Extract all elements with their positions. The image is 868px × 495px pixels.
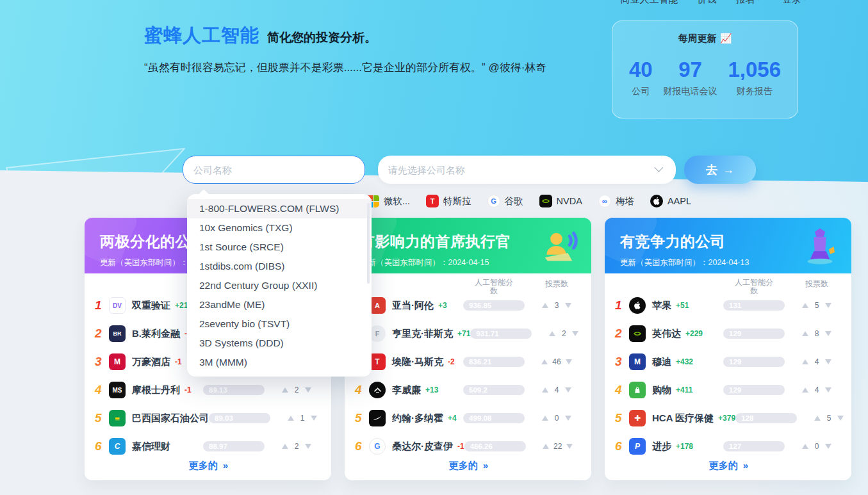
ai-score-value: 509.2 bbox=[469, 385, 487, 395]
company-chip-label: 梅塔 bbox=[616, 195, 634, 207]
dropdown-item[interactable]: 10x Genomics (TXG) bbox=[187, 218, 372, 238]
upvote-icon[interactable] bbox=[802, 387, 808, 393]
downvote-icon[interactable] bbox=[825, 303, 831, 308]
ranking-row[interactable]: 4购物+4111294 bbox=[605, 376, 851, 404]
more-link[interactable]: 更多的» bbox=[85, 460, 331, 472]
dropdown-item[interactable]: 1stdibs.com (DIBS) bbox=[187, 257, 372, 276]
ai-score-bar: 836.21 bbox=[463, 357, 525, 367]
ranking-row[interactable]: 2英伟达+2291298 bbox=[605, 320, 851, 348]
stats-badge: 每周更新📈 bbox=[612, 33, 798, 45]
downvote-icon[interactable] bbox=[565, 416, 571, 421]
ranking-row[interactable]: 4MS摩根士丹利-189.132 bbox=[85, 376, 331, 404]
double-chevron-right-icon: » bbox=[483, 460, 487, 471]
company-chip-2[interactable]: T特斯拉 bbox=[426, 195, 471, 207]
downvote-icon[interactable] bbox=[566, 359, 572, 364]
company-select-input[interactable] bbox=[378, 156, 676, 184]
downvote-icon[interactable] bbox=[311, 416, 317, 421]
ranking-row[interactable]: 3M穆迪+4321294 bbox=[605, 348, 851, 376]
rank-change-badge: -2 bbox=[448, 357, 455, 366]
dropdown-item[interactable]: 2seventy bio (TSVT) bbox=[187, 314, 372, 334]
company-chip-5[interactable]: ∞梅塔 bbox=[598, 195, 634, 207]
ranking-rows: 1A亚当·阿伦+3936.8532F亨里克·菲斯克+71931.7123T埃隆·… bbox=[345, 291, 591, 460]
vote-count: 4 bbox=[813, 357, 821, 366]
ranking-row[interactable]: 6C嘉信理财88.972 bbox=[85, 432, 331, 460]
upvote-icon[interactable] bbox=[542, 303, 548, 308]
ranking-row[interactable]: 1苹果+511315 bbox=[605, 291, 851, 320]
company-name-input[interactable] bbox=[183, 156, 365, 184]
go-button[interactable]: 去 → bbox=[684, 156, 756, 184]
company-name: 进步 bbox=[652, 441, 671, 453]
downvote-icon[interactable] bbox=[305, 444, 311, 449]
more-link[interactable]: 更多的» bbox=[605, 460, 851, 472]
ranking-row[interactable]: 1A亚当·阿伦+3936.853 bbox=[345, 291, 591, 320]
ranking-row[interactable]: 4李威廉+13509.24 bbox=[345, 376, 591, 404]
ranking-row[interactable]: 5✚HCA 医疗保健+3791285 bbox=[605, 404, 851, 432]
company-name: 桑达尔·皮查伊 bbox=[392, 441, 453, 453]
vote-controls: 1 bbox=[279, 414, 325, 423]
vote-count: 4 bbox=[553, 385, 561, 394]
upvote-icon[interactable] bbox=[542, 387, 548, 393]
company-logo-icon-glyph: ✚ bbox=[634, 414, 641, 423]
company-chip-6[interactable]: AAPL bbox=[650, 195, 691, 207]
upvote-icon[interactable] bbox=[282, 387, 288, 393]
ranking-row[interactable]: 5约翰·多纳霍+4499.080 bbox=[345, 404, 591, 432]
rank-number: 4 bbox=[615, 383, 629, 397]
ranking-row[interactable]: 6P进步+1781270 bbox=[605, 432, 851, 460]
downvote-icon[interactable] bbox=[825, 359, 831, 364]
rank-number: 1 bbox=[615, 298, 629, 312]
more-link[interactable]: 更多的» bbox=[345, 460, 591, 472]
ranking-row[interactable]: 3T埃隆·马斯克-2836.2146 bbox=[345, 348, 591, 376]
dropdown-item[interactable]: 23andMe (ME) bbox=[187, 295, 372, 314]
dropdown-item[interactable]: 3M (MMM) bbox=[187, 353, 372, 372]
company-chip-3[interactable]: G谷歌 bbox=[487, 195, 523, 207]
rank-number: 5 bbox=[95, 411, 109, 425]
ranking-row[interactable]: 6G桑达尔·皮查伊-1486.2622 bbox=[345, 432, 591, 460]
dropdown-scrollbar[interactable] bbox=[367, 203, 370, 284]
upvote-icon[interactable] bbox=[549, 331, 555, 336]
downvote-icon[interactable] bbox=[565, 303, 571, 308]
company-chip-1[interactable]: 微软... bbox=[366, 195, 410, 207]
company-logo-icon-glyph: M bbox=[114, 357, 120, 366]
downvote-icon[interactable] bbox=[837, 416, 844, 421]
vote-count: 46 bbox=[552, 357, 561, 366]
dropdown-item[interactable]: 3D Systems (DDD) bbox=[187, 334, 372, 353]
upvote-icon[interactable] bbox=[802, 331, 808, 336]
dropdown-item[interactable]: 1st Source (SRCE) bbox=[187, 238, 372, 257]
nav-item-2[interactable]: 价钱 bbox=[698, 0, 717, 6]
upvote-icon[interactable] bbox=[802, 444, 808, 449]
google-logo: G bbox=[487, 195, 500, 207]
upvote-icon[interactable] bbox=[802, 359, 808, 364]
ai-score-bar: 89.13 bbox=[203, 385, 265, 395]
vote-count: 2 bbox=[293, 442, 300, 451]
downvote-icon[interactable] bbox=[572, 331, 578, 336]
brand-title: 蜜蜂人工智能 bbox=[144, 23, 259, 49]
upvote-icon[interactable] bbox=[543, 444, 549, 449]
company-chip-4[interactable]: NVDA bbox=[539, 195, 582, 207]
ai-score-value: 129 bbox=[729, 385, 741, 395]
nav-item-4[interactable]: 登录↗ bbox=[782, 0, 809, 6]
rank-change-badge: +229 bbox=[685, 329, 703, 338]
upvote-icon[interactable] bbox=[288, 416, 294, 421]
nav-item-1[interactable]: 商业人工智能 bbox=[621, 0, 678, 6]
dropdown-item[interactable]: 1-800-FLOWERS.COM (FLWS) bbox=[187, 199, 372, 218]
downvote-icon[interactable] bbox=[825, 331, 831, 336]
rank-change-badge: +3 bbox=[438, 301, 447, 310]
upvote-icon[interactable] bbox=[282, 444, 288, 449]
downvote-icon[interactable] bbox=[566, 444, 573, 449]
ranking-row[interactable]: 5≡巴西国家石油公司89.031 bbox=[85, 404, 331, 432]
ranking-row[interactable]: 2F亨里克·菲斯克+71931.712 bbox=[345, 320, 591, 348]
downvote-icon[interactable] bbox=[565, 387, 571, 393]
upvote-icon[interactable] bbox=[814, 416, 821, 421]
upvote-icon[interactable] bbox=[541, 359, 548, 364]
downvote-icon[interactable] bbox=[825, 444, 831, 449]
company-chip-label: 微软... bbox=[384, 195, 410, 207]
rank-number: 6 bbox=[95, 439, 109, 453]
ai-score-value: 931.71 bbox=[476, 329, 498, 339]
downvote-icon[interactable] bbox=[305, 387, 311, 393]
upvote-icon[interactable] bbox=[542, 416, 548, 421]
dropdown-item[interactable]: 22nd Century Group (XXII) bbox=[187, 276, 372, 295]
upvote-icon[interactable] bbox=[802, 303, 808, 308]
nav-item-3[interactable]: 报名↗ bbox=[736, 0, 763, 6]
downvote-icon[interactable] bbox=[825, 387, 831, 393]
company-logo-icon: M bbox=[109, 353, 126, 370]
